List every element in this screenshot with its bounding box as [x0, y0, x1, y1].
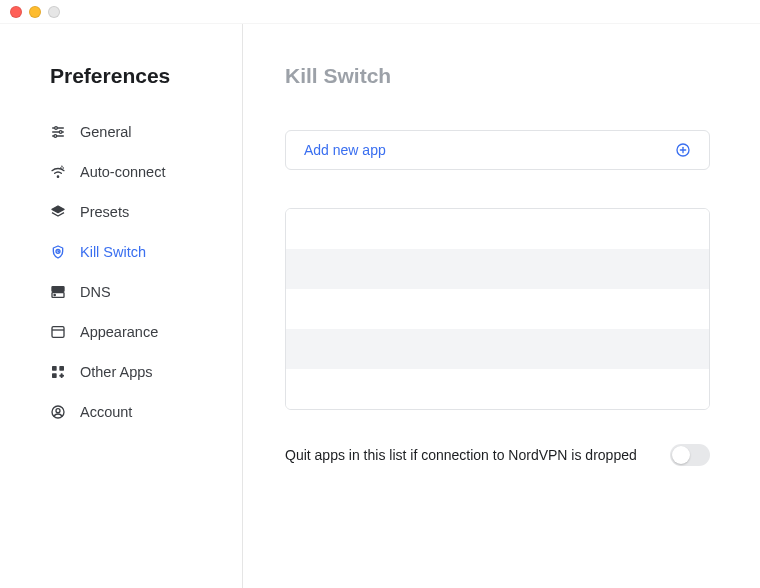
sidebar-item-kill-switch[interactable]: Kill Switch — [0, 232, 242, 272]
sliders-icon — [50, 124, 66, 140]
page-title: Kill Switch — [285, 64, 710, 88]
sidebar: Preferences General Auto-connect — [0, 24, 243, 588]
add-new-app-button[interactable]: Add new app — [285, 130, 710, 170]
quit-apps-setting-row: Quit apps in this list if connection to … — [285, 444, 710, 466]
layers-icon — [50, 204, 66, 220]
sidebar-item-appearance[interactable]: Appearance — [0, 312, 242, 352]
sidebar-item-label: Auto-connect — [80, 164, 165, 180]
maximize-window-button — [48, 6, 60, 18]
svg-point-6 — [57, 176, 58, 177]
sidebar-item-other-apps[interactable]: Other Apps — [0, 352, 242, 392]
svg-rect-18 — [59, 375, 64, 377]
sidebar-item-label: Account — [80, 404, 132, 420]
svg-marker-7 — [52, 206, 64, 213]
apps-grid-icon — [50, 364, 66, 380]
list-row — [286, 329, 709, 369]
main-panel: Kill Switch Add new app Quit apps in thi… — [243, 24, 760, 588]
user-circle-icon — [50, 404, 66, 420]
list-row — [286, 289, 709, 329]
sidebar-item-label: General — [80, 124, 132, 140]
svg-rect-15 — [59, 366, 64, 371]
svg-rect-12 — [52, 327, 64, 338]
wifi-spark-icon — [50, 164, 66, 180]
sidebar-nav: General Auto-connect Presets — [0, 112, 242, 432]
add-new-app-label: Add new app — [304, 142, 386, 158]
sidebar-item-dns[interactable]: DNS — [0, 272, 242, 312]
list-row — [286, 249, 709, 289]
minimize-window-button[interactable] — [29, 6, 41, 18]
plus-circle-icon — [675, 142, 691, 158]
sidebar-item-presets[interactable]: Presets — [0, 192, 242, 232]
close-window-button[interactable] — [10, 6, 22, 18]
server-icon — [50, 284, 66, 300]
svg-point-3 — [55, 127, 58, 130]
sidebar-item-auto-connect[interactable]: Auto-connect — [0, 152, 242, 192]
preferences-window: Preferences General Auto-connect — [0, 0, 760, 588]
svg-point-4 — [59, 131, 62, 134]
window-icon — [50, 324, 66, 340]
kill-switch-app-list — [285, 208, 710, 410]
svg-rect-16 — [52, 373, 57, 378]
sidebar-item-general[interactable]: General — [0, 112, 242, 152]
sidebar-item-label: Kill Switch — [80, 244, 146, 260]
list-row — [286, 369, 709, 409]
quit-apps-toggle[interactable] — [670, 444, 710, 466]
list-row — [286, 209, 709, 249]
svg-rect-14 — [52, 366, 57, 371]
svg-point-20 — [56, 409, 60, 413]
shield-clock-icon — [50, 244, 66, 260]
sidebar-title: Preferences — [0, 64, 242, 112]
quit-apps-label: Quit apps in this list if connection to … — [285, 447, 637, 463]
toggle-knob — [672, 446, 690, 464]
svg-point-11 — [54, 294, 55, 295]
sidebar-item-label: Presets — [80, 204, 129, 220]
sidebar-item-label: Other Apps — [80, 364, 153, 380]
titlebar — [0, 0, 760, 24]
sidebar-item-label: Appearance — [80, 324, 158, 340]
svg-rect-9 — [52, 287, 64, 292]
svg-point-5 — [54, 135, 57, 138]
sidebar-item-label: DNS — [80, 284, 111, 300]
sidebar-item-account[interactable]: Account — [0, 392, 242, 432]
